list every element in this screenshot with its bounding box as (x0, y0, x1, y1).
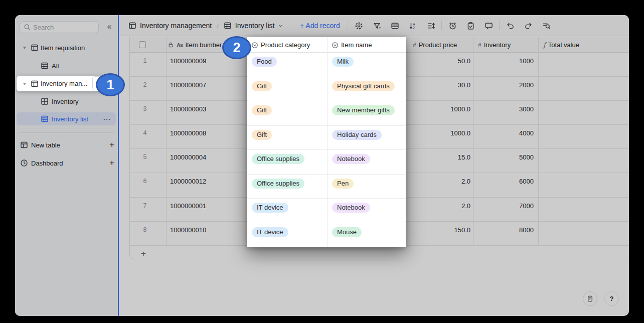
sort-icon[interactable]: A2 (404, 18, 422, 33)
cell-product-price[interactable]: 15.0 (407, 153, 470, 161)
item-name-tag[interactable]: Pen (332, 179, 354, 189)
sidebar-item-inventory[interactable]: Inventory (15, 95, 118, 107)
breadcrumb-separator: / (217, 22, 219, 30)
item-name-tag[interactable]: Mouse (332, 227, 362, 237)
column-label: Product price (419, 41, 457, 49)
comment-icon[interactable] (479, 18, 498, 33)
cell-product-price[interactable]: 1000.0 (407, 105, 470, 113)
chevron-expand-icon[interactable] (22, 45, 28, 51)
cell-item-number[interactable]: 1000000012 (170, 178, 206, 185)
column-header-inventory[interactable]: # Inventory (478, 37, 511, 53)
breadcrumb-view[interactable]: Inventory list (235, 22, 275, 30)
cell-item-number[interactable]: 1000000010 (170, 226, 206, 234)
breadcrumb-base[interactable]: Inventory management (140, 22, 212, 30)
category-tag[interactable]: Office supplies (252, 179, 304, 189)
item-name-tag[interactable]: New member gifts (332, 105, 395, 115)
popup-row[interactable]: IT deviceMouse (247, 223, 406, 248)
item-name-tag[interactable]: Milk (332, 57, 354, 67)
popup-row[interactable]: Office suppliesPen (247, 175, 406, 199)
help-button[interactable]: ? (604, 291, 619, 306)
row-number: 3 (130, 105, 160, 112)
cell-inventory[interactable]: 1000 (473, 57, 534, 65)
chevron-down-icon[interactable] (278, 23, 283, 29)
item-name-tag[interactable]: Physical gift cards (332, 81, 395, 91)
popup-row[interactable]: GiftHoliday cards (247, 126, 406, 150)
cell-product-price[interactable]: 30.0 (407, 81, 470, 89)
sidebar-item-dashboard[interactable]: Dashboard + (15, 157, 118, 169)
cell-inventory[interactable]: 2000 (473, 81, 534, 89)
search-records-icon[interactable] (537, 18, 555, 33)
search-input[interactable] (20, 21, 99, 33)
column-label: Item bumber (185, 41, 222, 49)
column-header-item-number[interactable]: A≡ Item bumber (168, 37, 222, 53)
item-name-tag[interactable]: Holiday cards (332, 130, 382, 140)
cell-product-price[interactable]: 1000.0 (407, 129, 470, 137)
cell-item-number[interactable]: 1000000008 (170, 129, 206, 137)
row-number: 8 (130, 226, 160, 233)
popup-row[interactable]: IT deviceNotebook (247, 199, 406, 223)
alarm-icon[interactable] (443, 18, 461, 33)
group-icon[interactable] (386, 18, 404, 33)
chevron-expand-icon[interactable] (22, 81, 28, 87)
popup-row[interactable]: Office suppliesNotebook (247, 150, 406, 175)
text-field-icon: A≡ (177, 42, 183, 48)
form-icon[interactable] (461, 18, 479, 33)
item-name-tag[interactable]: Notebook (332, 154, 370, 164)
add-record-button[interactable]: + Add record (300, 15, 340, 36)
sidebar-item-item-requisition[interactable]: Item requisition (15, 42, 118, 54)
cell-inventory[interactable]: 5000 (473, 153, 534, 161)
more-menu-icon[interactable]: ··· (103, 115, 111, 123)
column-label: Product category (261, 41, 310, 49)
sidebar-item-new-table[interactable]: New table + (15, 139, 118, 151)
add-table-button[interactable]: + (107, 140, 117, 150)
cell-item-number[interactable]: 1000000009 (170, 57, 206, 65)
popup-row[interactable]: GiftPhysical gift cards (247, 77, 406, 102)
sidebar-item-all[interactable]: All (15, 60, 118, 72)
document-button[interactable] (583, 291, 597, 306)
cell-inventory[interactable]: 6000 (473, 178, 534, 185)
column-header-product-price[interactable]: # Product price (413, 37, 457, 53)
cell-product-price[interactable]: 150.0 (407, 226, 470, 234)
undo-icon[interactable] (501, 18, 519, 33)
column-header-total-value[interactable]: ƒ Total value (543, 37, 579, 53)
sidebar-collapse-icon[interactable]: « (103, 21, 115, 33)
single-select-field-icon (332, 42, 339, 49)
cell-inventory[interactable]: 3000 (473, 105, 534, 113)
item-name-tag[interactable]: Notebook (332, 203, 370, 213)
category-tag[interactable]: Food (252, 57, 277, 67)
grid-icon (41, 97, 49, 105)
number-field-icon: # (478, 42, 481, 49)
sidebar-item-inventory-list-content[interactable]: Inventory list ··· (15, 113, 118, 125)
cell-inventory[interactable]: 7000 (473, 202, 534, 210)
cell-product-price[interactable]: 50.0 (407, 57, 470, 65)
category-tag[interactable]: Office supplies (252, 154, 304, 164)
column-header-product-category[interactable]: Product category (251, 37, 310, 53)
popup-row[interactable]: GiftNew member gifts (247, 101, 406, 126)
settings-icon[interactable] (350, 18, 368, 33)
row-height-icon[interactable] (422, 18, 440, 33)
add-row-button[interactable]: + (138, 248, 149, 259)
help-icon: ? (610, 295, 614, 302)
cell-item-number[interactable]: 1000000003 (170, 105, 206, 113)
number-field-icon: # (413, 42, 416, 49)
cell-item-number[interactable]: 1000000004 (170, 153, 206, 161)
filter-icon[interactable] (368, 18, 386, 33)
cell-inventory[interactable]: 4000 (473, 129, 534, 137)
category-tag[interactable]: Gift (252, 130, 272, 140)
search-field[interactable] (33, 24, 88, 31)
breadcrumb: Inventory management / Inventory list (128, 15, 283, 36)
cell-product-price[interactable]: 2.0 (407, 178, 470, 185)
category-tag[interactable]: Gift (252, 81, 272, 91)
cell-item-number[interactable]: 1000000001 (170, 202, 206, 210)
cell-product-price[interactable]: 2.0 (407, 202, 470, 210)
cell-inventory[interactable]: 8000 (473, 226, 534, 234)
category-tag[interactable]: IT device (252, 203, 288, 213)
redo-icon[interactable] (519, 18, 537, 33)
category-tag[interactable]: IT device (252, 227, 288, 237)
select-all-checkbox[interactable] (139, 41, 146, 48)
cell-item-number[interactable]: 1000000007 (170, 81, 206, 89)
category-tag[interactable]: Gift (252, 105, 272, 115)
column-header-item-name[interactable]: Item name (332, 37, 372, 53)
popup-row[interactable]: FoodMilk (247, 53, 406, 77)
add-dashboard-button[interactable]: + (107, 158, 117, 168)
